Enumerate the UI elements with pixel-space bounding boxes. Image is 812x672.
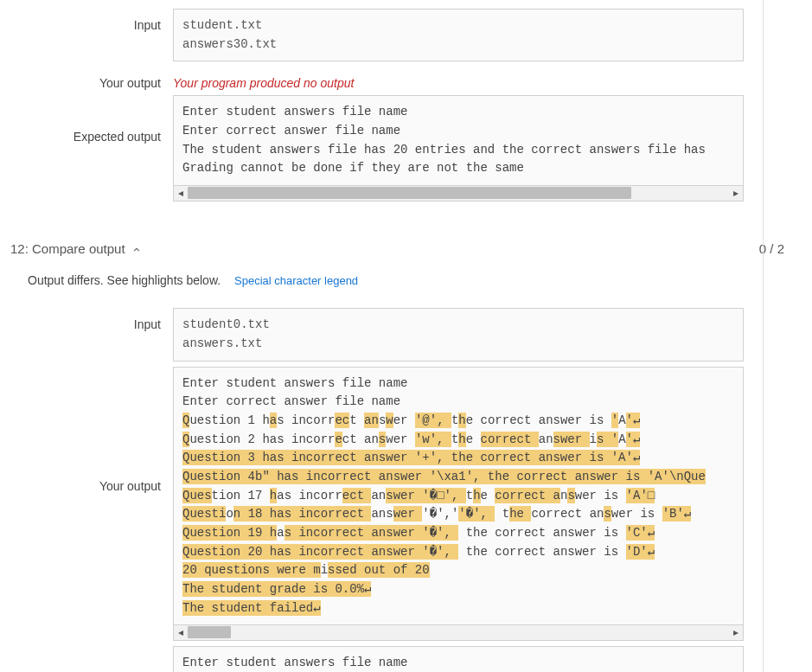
your-output-label: Your output — [28, 367, 173, 493]
input-content: student.txt answers30.txt — [173, 9, 744, 61]
your-output-codebox: Enter student answers file name Enter co… — [173, 367, 744, 626]
input-label: Input — [28, 9, 173, 32]
your-output-label: Your output — [28, 67, 173, 90]
diff-message: Output differs. See highlights below. — [28, 273, 221, 287]
expected-output-row: Expected output Enter student answers fi… — [28, 646, 802, 672]
expected-codebox: Enter student answers file name Enter co… — [173, 95, 744, 186]
your-output-content: Your program produced no output — [173, 67, 744, 90]
test-title: 12: Compare output — [10, 241, 125, 256]
your-output-row: Your output Enter student answers file n… — [28, 367, 802, 642]
input-codebox: student.txt answers30.txt — [173, 9, 744, 61]
test-11-body: Input student.txt answers30.txt Your out… — [10, 0, 802, 215]
expected-output-label: Expected output — [28, 646, 173, 672]
chevron-up-icon — [131, 244, 141, 254]
input-label: Input — [28, 308, 173, 331]
your-output-row: Your output Your program produced no out… — [28, 67, 802, 90]
scroll-left-arrow[interactable]: ◂ — [174, 625, 188, 640]
scroll-track[interactable] — [188, 186, 729, 201]
expected-output-row: Expected output Enter student answers fi… — [28, 95, 802, 202]
no-output-message: Your program produced no output — [173, 67, 744, 90]
special-char-legend-link[interactable]: Special character legend — [234, 274, 358, 287]
horizontal-scrollbar[interactable]: ◂ ▸ — [173, 625, 744, 641]
test-score: 0 / 2 — [759, 241, 802, 256]
test-12-header[interactable]: 12: Compare output 0 / 2 — [10, 236, 802, 261]
scroll-left-arrow[interactable]: ◂ — [174, 186, 188, 201]
scroll-track[interactable] — [188, 625, 729, 640]
expected-output-label: Expected output — [28, 95, 173, 144]
your-output-content: Enter student answers file name Enter co… — [173, 367, 744, 642]
test-12-body: Input student0.txt answers.txt Your outp… — [10, 299, 802, 672]
input-codebox: student0.txt answers.txt — [173, 308, 744, 361]
scroll-right-arrow[interactable]: ▸ — [729, 186, 743, 201]
input-row: Input student0.txt answers.txt — [28, 308, 802, 361]
expected-codebox: Enter student answers file name Enter co… — [173, 646, 744, 672]
horizontal-scrollbar[interactable]: ◂ ▸ — [173, 186, 744, 202]
expected-output-content: Enter student answers file name Enter co… — [173, 95, 744, 202]
diff-message-row: Output differs. See highlights below. Sp… — [10, 266, 802, 299]
scroll-thumb[interactable] — [188, 187, 631, 199]
scroll-thumb[interactable] — [188, 626, 231, 638]
vertical-divider — [763, 0, 764, 672]
scroll-right-arrow[interactable]: ▸ — [729, 625, 743, 640]
expected-output-content: Enter student answers file name Enter co… — [173, 646, 744, 672]
input-row: Input student.txt answers30.txt — [28, 9, 802, 61]
input-content: student0.txt answers.txt — [173, 308, 744, 361]
